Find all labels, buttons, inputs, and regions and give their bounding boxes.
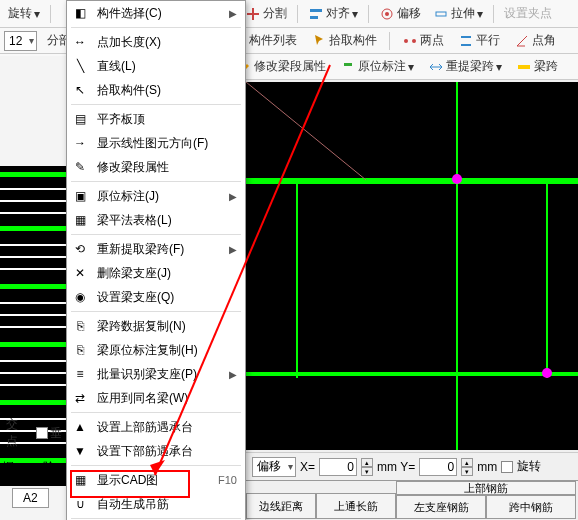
y-spinner[interactable]: ▴▾ xyxy=(461,458,473,476)
menu-item-2[interactable]: ╲直线(L) xyxy=(67,54,245,78)
x-input[interactable] xyxy=(319,458,357,476)
submenu-arrow-icon: ▶ xyxy=(229,8,237,19)
split-tool[interactable]: 分割 xyxy=(241,3,291,24)
menu-icon: → xyxy=(71,134,89,152)
y-input[interactable] xyxy=(419,458,457,476)
menu-item-0[interactable]: ◧构件选择(C)▶ xyxy=(67,1,245,25)
menu-label: 设置下部筋遇承台 xyxy=(97,443,237,460)
col-mid-span[interactable]: 跨中钢筋 xyxy=(486,495,576,519)
menu-icon: ▤ xyxy=(71,110,89,128)
row-data-tab[interactable]: 列数据 xyxy=(2,442,37,476)
parallel-tool[interactable]: 平行 xyxy=(454,30,504,51)
menu-icon: ⇄ xyxy=(71,389,89,407)
svg-line-9 xyxy=(246,82,366,180)
menu-item-13[interactable]: ⎘梁原位标注复制(H) xyxy=(67,338,245,362)
stretch-tool[interactable]: 拉伸 ▾ xyxy=(429,3,487,24)
col-top-bar[interactable]: 上部钢筋 xyxy=(396,481,576,495)
col-edge-dist[interactable]: 边线距离 xyxy=(246,493,316,519)
menu-icon: ⎘ xyxy=(71,341,89,359)
rotate-tool[interactable]: 旋转 ▾ xyxy=(4,3,44,24)
menu-label: 重新提取梁跨(F) xyxy=(97,241,221,258)
set-grip-tool[interactable]: 设置夹点 xyxy=(500,3,556,24)
x-label: X= xyxy=(300,460,315,474)
svg-rect-1 xyxy=(310,16,318,19)
menu-icon: ◧ xyxy=(71,4,89,22)
menu-icon: ⎘ xyxy=(71,317,89,335)
drawing-canvas[interactable] xyxy=(246,82,578,450)
menu-label: 原位标注(J) xyxy=(97,188,221,205)
menu-item-11[interactable]: ◉设置梁支座(Q) xyxy=(67,285,245,309)
menu-shortcut: F10 xyxy=(218,474,237,486)
menu-label: 梁平法表格(L) xyxy=(97,212,237,229)
rotate-label: 旋转 xyxy=(517,458,541,475)
menu-label: 梁原位标注复制(H) xyxy=(97,342,237,359)
menu-icon: ✎ xyxy=(71,158,89,176)
repropose-span[interactable]: 重提梁跨 ▾ xyxy=(424,56,506,77)
menu-item-5[interactable]: →显示线性图元方向(F) xyxy=(67,131,245,155)
menu-item-9[interactable]: ⟲重新提取梁跨(F)▶ xyxy=(67,237,245,261)
svg-rect-0 xyxy=(310,9,322,12)
menu-label: 设置上部筋遇承台 xyxy=(97,419,237,436)
menu-label: 批量识别梁支座(P) xyxy=(97,366,221,383)
mm-label: mm xyxy=(477,460,497,474)
modify-beam-prop[interactable]: 修改梁段属性 xyxy=(232,56,330,77)
menu-label: 显示CAD图 xyxy=(97,472,210,489)
submenu-arrow-icon: ▶ xyxy=(229,369,237,380)
menu-label: 直线(L) xyxy=(97,58,237,75)
a2-cell[interactable]: A2 xyxy=(12,488,49,508)
menu-item-12[interactable]: ⎘梁跨数据复制(N) xyxy=(67,314,245,338)
col-left-support[interactable]: 左支座钢筋 xyxy=(396,495,486,519)
beam-span[interactable]: 梁跨 xyxy=(512,56,562,77)
menu-item-3[interactable]: ↖拾取构件(S) xyxy=(67,78,245,102)
col-top-long[interactable]: 上通长筋 xyxy=(316,493,396,519)
menu-item-14[interactable]: ≡批量识别梁支座(P)▶ xyxy=(67,362,245,386)
menu-item-17[interactable]: ▼设置下部筋遇承台 xyxy=(67,439,245,463)
menu-icon: ∪ xyxy=(71,495,89,513)
menu-item-4[interactable]: ▤平齐板顶 xyxy=(67,107,245,131)
menu-item-10[interactable]: ✕删除梁支座(J) xyxy=(67,261,245,285)
menu-icon: ▼ xyxy=(71,442,89,460)
menu-item-18[interactable]: ▦显示CAD图F10 xyxy=(67,468,245,492)
size-dropdown[interactable]: 12 xyxy=(4,31,37,51)
menu-icon: ↔ xyxy=(71,33,89,51)
menu-label: 平齐板顶 xyxy=(97,111,237,128)
menu-item-19[interactable]: ∪自动生成吊筋 xyxy=(67,492,245,516)
menu-icon: ╲ xyxy=(71,57,89,75)
svg-point-6 xyxy=(404,39,408,43)
svg-rect-4 xyxy=(436,12,446,16)
left-panel: 交点 垂 列数据 删除 A2 xyxy=(0,56,66,520)
menu-icon: ▦ xyxy=(71,211,89,229)
menu-item-1[interactable]: ↔点加长度(X) xyxy=(67,30,245,54)
x-spinner[interactable]: ▴▾ xyxy=(361,458,373,476)
menu-label: 显示线性图元方向(F) xyxy=(97,135,237,152)
rotate-checkbox[interactable] xyxy=(501,461,513,473)
menu-label: 修改梁段属性 xyxy=(97,159,237,176)
svg-point-7 xyxy=(412,39,416,43)
menu-label: 删除梁支座(J) xyxy=(97,265,237,282)
table-header: 边线距离 上通长筋 上部钢筋 左支座钢筋 跨中钢筋 xyxy=(246,480,578,520)
delete-tab[interactable]: 删除 xyxy=(43,442,66,476)
pick-component[interactable]: 拾取构件 xyxy=(307,30,381,51)
submenu-arrow-icon: ▶ xyxy=(229,191,237,202)
menu-icon: ✕ xyxy=(71,264,89,282)
submenu-arrow-icon: ▶ xyxy=(229,244,237,255)
menu-icon: ≡ xyxy=(71,365,89,383)
menu-item-16[interactable]: ▲设置上部筋遇承台 xyxy=(67,415,245,439)
menu-label: 应用到同名梁(W) xyxy=(97,390,237,407)
menu-label: 梁跨数据复制(N) xyxy=(97,318,237,335)
menu-item-6[interactable]: ✎修改梁段属性 xyxy=(67,155,245,179)
menu-item-7[interactable]: ▣原位标注(J)▶ xyxy=(67,184,245,208)
two-point-tool[interactable]: 两点 xyxy=(398,30,448,51)
align-tool[interactable]: 对齐 ▾ xyxy=(304,3,362,24)
offset-tool[interactable]: 偏移 xyxy=(375,3,425,24)
y-label: mm Y= xyxy=(377,460,415,474)
menu-item-8[interactable]: ▦梁平法表格(L) xyxy=(67,208,245,232)
menu-icon: ↖ xyxy=(71,81,89,99)
move-mode-dropdown[interactable]: 偏移 xyxy=(252,457,296,477)
menu-label: 设置梁支座(Q) xyxy=(97,289,237,306)
inplace-label[interactable]: 原位标注 ▾ xyxy=(336,56,418,77)
point-angle-tool[interactable]: 点角 xyxy=(510,30,560,51)
menu-label: 拾取构件(S) xyxy=(97,82,237,99)
context-menu: ◧构件选择(C)▶↔点加长度(X)╲直线(L)↖拾取构件(S)▤平齐板顶→显示线… xyxy=(66,0,246,520)
menu-item-15[interactable]: ⇄应用到同名梁(W) xyxy=(67,386,245,410)
